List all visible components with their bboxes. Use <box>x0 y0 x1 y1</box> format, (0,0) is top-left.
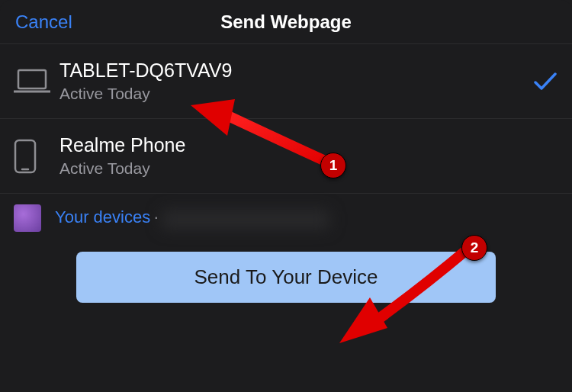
share-sheet: Cancel Send Webpage TABLET-DQ6TVAV9 Acti… <box>0 0 572 392</box>
separator: · <box>154 207 159 227</box>
your-devices-label: Your devices · <box>55 207 329 229</box>
phone-icon <box>14 139 59 174</box>
laptop-icon <box>14 69 59 95</box>
device-status: Active Today <box>59 85 526 103</box>
sheet-header: Cancel Send Webpage <box>0 0 572 44</box>
redacted-email <box>162 210 329 229</box>
device-info: Realme Phone Active Today <box>59 134 526 178</box>
device-status: Active Today <box>59 159 526 178</box>
your-devices-text: Your devices <box>55 207 150 227</box>
cancel-button[interactable]: Cancel <box>15 11 72 33</box>
svg-rect-2 <box>15 140 35 172</box>
send-to-device-button[interactable]: Send To Your Device <box>76 252 496 303</box>
action-area: Send To Your Device <box>0 243 572 303</box>
device-name: TABLET-DQ6TVAV9 <box>59 59 526 82</box>
sheet-title: Send Webpage <box>0 11 572 33</box>
device-list: TABLET-DQ6TVAV9 Active Today Realme Phon… <box>0 44 572 194</box>
device-info: TABLET-DQ6TVAV9 Active Today <box>59 59 526 103</box>
your-devices-row[interactable]: Your devices · <box>0 194 572 243</box>
svg-rect-0 <box>18 70 46 88</box>
account-avatar <box>14 204 41 232</box>
device-name: Realme Phone <box>59 134 526 156</box>
device-row-tablet[interactable]: TABLET-DQ6TVAV9 Active Today <box>0 44 572 119</box>
device-row-phone[interactable]: Realme Phone Active Today <box>0 119 572 194</box>
svg-marker-5 <box>339 297 387 343</box>
checkmark-icon <box>526 72 557 92</box>
